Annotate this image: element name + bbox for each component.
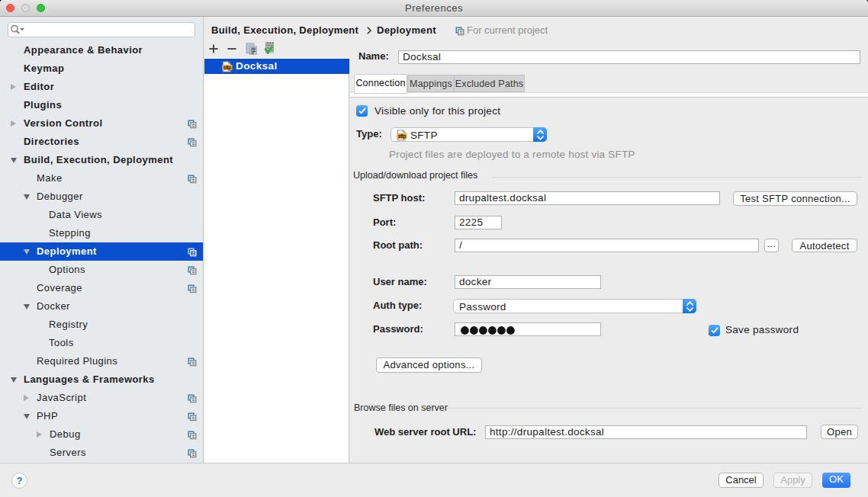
- svg-text:sftp: sftp: [398, 133, 407, 139]
- svg-text:sftp: sftp: [223, 65, 232, 71]
